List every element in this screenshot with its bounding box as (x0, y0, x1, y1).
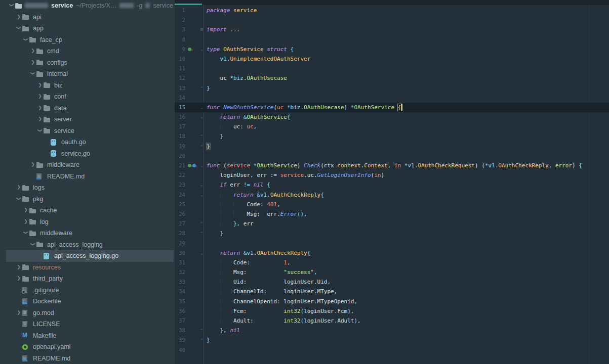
chevron-right-icon[interactable]: ❯ (36, 116, 44, 121)
tree-item-readme-md[interactable]: README.md (0, 353, 175, 364)
tree-item-third-party[interactable]: ❯third_party (0, 273, 175, 285)
chevron-down-icon[interactable]: ❯ (9, 2, 14, 9)
fold-marker-icon[interactable]: ⌄ (198, 161, 205, 170)
tree-item-configs[interactable]: ❯configs (0, 57, 175, 69)
code-text[interactable]: import ... (205, 25, 240, 34)
code-text[interactable]: package service (205, 6, 257, 15)
code-line-38[interactable]: 38⌃ }, nil (175, 326, 609, 335)
tree-item-resources[interactable]: ❯resources (0, 262, 175, 274)
fold-marker-icon[interactable]: ⌃ (198, 131, 205, 141)
chevron-right-icon[interactable]: ❯ (22, 207, 29, 212)
tree-item-service-go[interactable]: service.go (0, 148, 175, 160)
tree-item-go-mod[interactable]: ❯go.mod (0, 307, 175, 319)
fold-marker-icon[interactable]: ⌄ (198, 103, 205, 112)
code-line-3[interactable]: 3⊞import ... (175, 25, 609, 34)
code-line-20[interactable]: 20 (175, 151, 609, 161)
tree-item-service[interactable]: ❯service (0, 125, 175, 137)
code-line-13[interactable]: 13⌃} (175, 83, 609, 93)
tree-item-readme-md[interactable]: README.md (0, 171, 175, 183)
chevron-down-icon[interactable]: ❯ (16, 24, 21, 31)
tree-item-pkg[interactable]: ❯pkg (0, 194, 175, 205)
code-text[interactable]: Uid: loginUser.Uid, (205, 277, 331, 287)
code-text[interactable] (205, 64, 207, 73)
implements-icon[interactable] (188, 164, 191, 167)
code-text[interactable]: loginUser, err := service.uc.GetLoginUse… (205, 170, 384, 180)
chevron-right-icon[interactable]: ❯ (15, 185, 22, 190)
code-text[interactable]: Adult: int32(loginUser.Adult), (205, 316, 361, 326)
code-text[interactable]: } (205, 142, 210, 151)
code-text[interactable] (205, 345, 207, 355)
tree-item-face-cp[interactable]: ❯face_cp (0, 34, 175, 46)
tree-item-api[interactable]: ❯api (0, 12, 175, 23)
code-text[interactable]: type OAuthService struct { (205, 44, 294, 54)
fold-marker-icon[interactable]: ⌄ (198, 112, 205, 122)
code-text[interactable] (205, 239, 207, 248)
active-tab-indicator[interactable] (175, 4, 202, 5)
code-line-26[interactable]: 26 Msg: err.Error(), (175, 209, 609, 219)
code-text[interactable]: return &v1.OAuthCheckReply{ (205, 190, 324, 200)
code-line-28[interactable]: 28⌃ } (175, 229, 609, 238)
tree-item-middleware[interactable]: ❯middleware (0, 159, 175, 171)
code-line-11[interactable]: 11 (175, 64, 609, 73)
code-text[interactable]: Msg: err.Error(), (205, 209, 307, 219)
tree-item-license[interactable]: LICENSE (0, 318, 175, 330)
fold-marker-icon[interactable]: ⌄ (198, 180, 205, 190)
code-text[interactable]: }, nil (205, 326, 240, 335)
code-line-32[interactable]: 32 Msg: "success", (175, 267, 609, 277)
code-line-14[interactable]: 14 (175, 93, 609, 103)
fold-marker-icon[interactable]: ⌃ (198, 83, 205, 93)
code-line-34[interactable]: 34 ChannelId: loginUser.MType, (175, 287, 609, 296)
code-text[interactable]: ChannelId: loginUser.MType, (205, 287, 337, 296)
code-text[interactable]: return &OAuthService{ (205, 112, 291, 122)
tree-item-logs[interactable]: ❯logs (0, 182, 175, 194)
code-text[interactable] (205, 93, 207, 103)
fold-marker-icon[interactable]: ⌃ (198, 229, 205, 238)
tree-item-gitignore[interactable]: .gitignore (0, 285, 175, 296)
code-line-12[interactable]: 12 uc *biz.OAuthUsecase (175, 73, 609, 83)
chevron-down-icon[interactable]: ❯ (37, 127, 43, 134)
code-line-30[interactable]: 30⌄ return &v1.OAuthCheckReply{ (175, 248, 609, 258)
chevron-right-icon[interactable]: ❯ (29, 162, 36, 167)
tree-item-api-access-logging[interactable]: ❯api_access_logging (0, 239, 175, 251)
tree-item-cmd[interactable]: ❯cmd (0, 46, 175, 57)
fold-marker-icon[interactable]: ⌃ (198, 142, 205, 151)
code-line-40[interactable]: 40 (175, 345, 609, 355)
chevron-right-icon[interactable]: ❯ (36, 105, 44, 110)
code-line-10[interactable]: 10 v1.UnimplementedOAuthServer (175, 54, 609, 64)
code-text[interactable] (205, 35, 207, 44)
code-line-33[interactable]: 33 Uid: loginUser.Uid, (175, 277, 609, 287)
chevron-down-icon[interactable]: ❯ (16, 195, 21, 202)
code-line-23[interactable]: 23⌄ if err != nil { (175, 180, 609, 190)
code-line-25[interactable]: 25 Code: 401, (175, 200, 609, 209)
code-text[interactable]: uc: uc, (205, 122, 257, 131)
code-text[interactable]: return &v1.OAuthCheckReply{ (205, 248, 310, 258)
overrides-icon[interactable] (192, 164, 196, 167)
tree-item-api-access-logging-go[interactable]: api_access_logging.go (0, 250, 175, 262)
code-line-31[interactable]: 31 Code: 1, (175, 258, 609, 267)
chevron-right-icon[interactable]: ❯ (22, 219, 29, 224)
code-text[interactable]: ChannelOpenid: loginUser.MTypeOpenid, (205, 297, 357, 306)
fold-marker-icon[interactable]: ⊞ (198, 25, 205, 34)
chevron-down-icon[interactable]: ❯ (23, 229, 28, 236)
code-line-16[interactable]: 16⌄ return &OAuthService{ (175, 112, 609, 122)
tree-item-cache[interactable]: ❯cache (0, 205, 175, 216)
code-text[interactable]: } (205, 131, 223, 141)
code-line-24[interactable]: 24⌄ return &v1.OAuthCheckReply{ (175, 190, 609, 200)
code-text[interactable]: Msg: "success", (205, 267, 317, 277)
code-text[interactable]: v1.UnimplementedOAuthServer (205, 54, 310, 64)
chevron-right-icon[interactable]: ❯ (29, 48, 36, 53)
code-text[interactable]: Code: 401, (205, 200, 280, 209)
code-text[interactable]: uc *biz.OAuthUsecase (205, 73, 287, 83)
code-editor[interactable]: 1package service23⊞import ...89⌄type OAu… (175, 0, 609, 364)
code-text[interactable] (205, 15, 207, 25)
chevron-down-icon[interactable]: ❯ (30, 241, 35, 248)
chevron-down-icon[interactable]: ❯ (30, 70, 35, 77)
tree-item-log[interactable]: ❯log (0, 216, 175, 228)
chevron-right-icon[interactable]: ❯ (36, 82, 44, 87)
tree-item-middleware[interactable]: ❯middleware (0, 228, 175, 239)
tree-item-biz[interactable]: ❯biz (0, 80, 175, 92)
tree-item-makefile[interactable]: MMakefile (0, 330, 175, 342)
fold-marker-icon[interactable]: ⌃ (198, 335, 205, 345)
code-line-18[interactable]: 18⌃ } (175, 131, 609, 141)
code-text[interactable]: Code: 1, (205, 258, 291, 267)
